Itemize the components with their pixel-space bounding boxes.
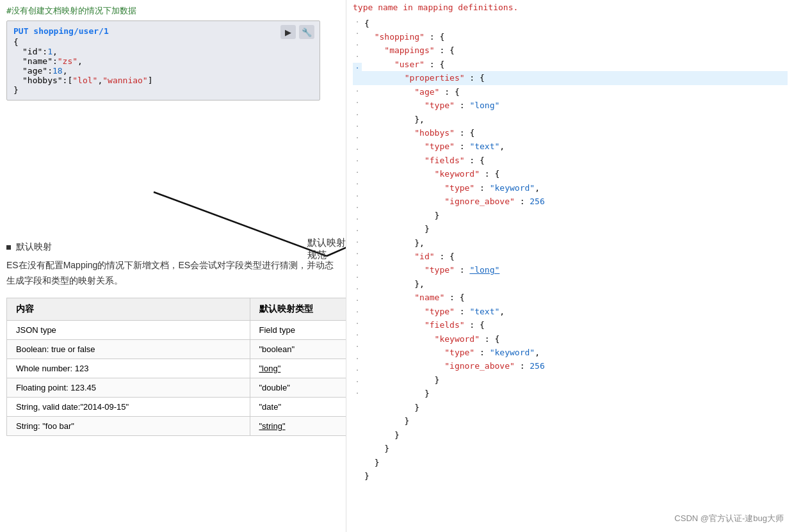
line-dots-col: ···· · ····· ····· ····· ····· ····· ··· [353, 17, 362, 483]
right-panel: type name in mapping definitions. ···· ·… [346, 0, 794, 532]
table-row: String, valid date:"2014-09-15" "date" [7, 397, 346, 416]
editor-toolbar: ▶ 🔧 [280, 25, 314, 39]
editor-box: ▶ 🔧 PUT shopping/user/1 { "id":1, "name"… [6, 20, 320, 101]
settings-button[interactable]: 🔧 [299, 25, 314, 39]
description-text: ES在没有配置Mapping的情况下新增文档，ES会尝试对字段类型进行猜测，并动… [6, 258, 339, 289]
csdn-footer: CSDN @官方认证-逮bug大师 [674, 513, 784, 524]
table-row: Floating point: 123.45 "double" [7, 378, 346, 397]
default-mapping-label: 默认映射规范 [307, 237, 346, 261]
mapping-table: 内容 默认映射类型 JSON type Field type Boolean: … [6, 298, 346, 436]
bullet-dot [6, 245, 11, 250]
table-header-type: 默认映射类型 [250, 298, 346, 320]
table-header-content: 内容 [7, 298, 250, 320]
bullet-label: 默认映射 [16, 241, 52, 253]
http-method-line: PUT shopping/user/1 [13, 26, 293, 36]
bullet-section: 默认映射 [6, 241, 339, 253]
code-block: ···· · ····· ····· ····· ····· ····· ···… [353, 17, 788, 483]
table-row: JSON type Field type [7, 320, 346, 339]
table-row: Whole number: 123 "long" [7, 359, 346, 378]
table-row: Boolean: true or false "boolean" [7, 339, 346, 359]
code-body: { "id":1, "name":"zs", "age":18, "hobbys… [13, 37, 293, 95]
code-lines: { "shopping" : { "mappings" : { "user" :… [362, 17, 788, 483]
table-row: String: "foo bar" "string" [7, 416, 346, 435]
run-button[interactable]: ▶ [280, 25, 296, 39]
comment-line: #没有创建文档映射的情况下加数据 [6, 5, 339, 17]
error-line: type name in mapping definitions. [353, 0, 788, 17]
